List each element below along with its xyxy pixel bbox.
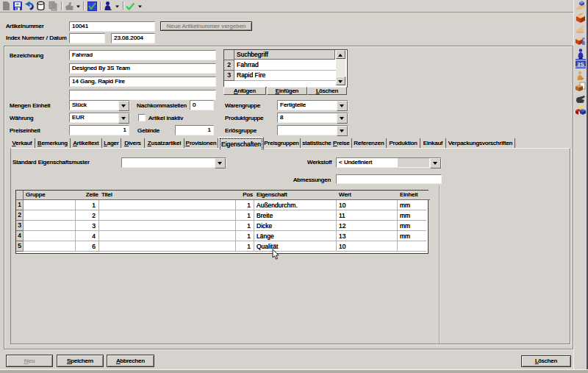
svg-text:3S: 3S bbox=[577, 61, 584, 68]
